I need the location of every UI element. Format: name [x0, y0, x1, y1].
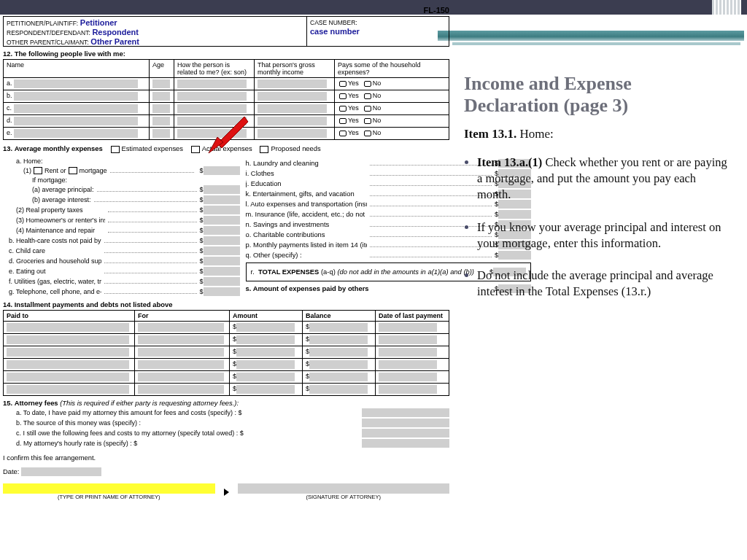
bullet-2: If you know your average principal and i… [477, 219, 732, 252]
q14-c5: Date of last payment [376, 310, 449, 321]
prop-label: Proposed needs [271, 144, 320, 152]
q12-col-relation: How the person is related to me? (ex: so… [174, 60, 255, 78]
case-number-label: CASE NUMBER: [310, 18, 357, 27]
q15-field[interactable] [362, 429, 449, 438]
q13r: r. TOTAL EXPENSES (a-q) (do not add in t… [251, 268, 474, 276]
sig2-label: (SIGNATURE OF ATTORNEY) [238, 494, 450, 500]
q13a1a: (a) average principal: [32, 186, 94, 193]
q14-c3: Amount [230, 310, 303, 321]
q12-row: a. [4, 78, 150, 90]
exp-label: k. Entertainment, gifts, and vacation [246, 190, 368, 198]
act-checkbox[interactable] [191, 146, 200, 153]
q13a1-amount[interactable] [204, 166, 240, 175]
yes-checkbox[interactable] [339, 131, 347, 136]
q14-title: Installment payments and debts not liste… [15, 300, 173, 308]
q15-number: 15. [3, 399, 12, 407]
exp-amount[interactable] [204, 287, 240, 296]
q12-col-age: Age [150, 60, 174, 78]
q15-title: Attorney fees [15, 399, 58, 407]
no-checkbox[interactable] [364, 106, 371, 112]
q12-number: 12. [3, 50, 12, 58]
triangle-icon [224, 489, 229, 496]
yes-checkbox[interactable] [339, 81, 347, 87]
exp-amount[interactable] [204, 226, 240, 235]
exp-label: n. Savings and investments [246, 220, 368, 228]
exp-label: b. Health-care costs not paid by insuran… [9, 237, 101, 244]
no-checkbox[interactable] [364, 93, 371, 99]
q14-number: 14. [3, 300, 12, 308]
exp-label: l. Auto expenses and transportation (ins… [246, 200, 368, 208]
exp-label: m. Insurance (life, accident, etc.; do n… [246, 210, 368, 218]
attorney-name-field[interactable] [3, 483, 215, 494]
est-checkbox[interactable] [111, 146, 120, 153]
case-header: PETITIONER/PLAINTIFF: Petitioner RESPOND… [3, 16, 449, 47]
q15-line: a. To date, I have paid my attorney this… [16, 409, 362, 416]
q12-col-income: That person's gross monthly income [255, 60, 335, 78]
exp-label: q. Other (specify) : [246, 251, 368, 259]
q14-c4: Balance [303, 310, 376, 321]
exp-label: (4) Maintenance and repair [16, 227, 105, 234]
q15-note: (This is required if either party is req… [60, 399, 239, 407]
q15-line: d. My attorney's hourly rate is (specify… [16, 440, 362, 447]
q15-confirm: I confirm this fee arrangement. [3, 454, 449, 462]
interest-amt[interactable] [204, 195, 240, 204]
q15-field[interactable] [362, 419, 449, 427]
yes-checkbox[interactable] [339, 106, 347, 112]
mortgage-checkbox[interactable] [69, 167, 77, 174]
if-mortgage: If mortgage: [3, 176, 240, 184]
instruction-panel: Income and ExpenseDeclaration (page 3) I… [464, 73, 732, 316]
date-field[interactable] [21, 467, 101, 476]
panel-title: Income and ExpenseDeclaration (page 3) [464, 73, 732, 117]
q15-field[interactable] [362, 439, 449, 448]
exp-label: d. Groceries and household supplies [9, 257, 101, 265]
q13a1: (1) [23, 167, 31, 174]
other-parent-value: Other Parent [90, 37, 139, 46]
rent-label: Rent or [44, 167, 66, 174]
panel-lead: Item 13.1. Home: [464, 127, 732, 141]
est-label: Estimated expenses [122, 144, 183, 152]
rent-checkbox[interactable] [34, 167, 42, 174]
bullet-1: Item 13.a.(1) Check whether you rent or … [477, 155, 732, 203]
exp-label: c. Child care [9, 247, 101, 254]
q13-title: Average monthly expenses [15, 144, 103, 152]
q12-row: d. [4, 115, 150, 128]
q12-row: e. [4, 128, 150, 140]
q15-line: b. The source of this money was (specify… [16, 419, 362, 427]
petitioner-value: Petitioner [80, 18, 117, 27]
q13a1b: (b) average interest: [32, 196, 91, 203]
exp-label: f. Utilities (gas, electric, water, tras… [9, 278, 101, 285]
form-fl150: FL-150 PETITIONER/PLAINTIFF: Petitioner … [3, 16, 449, 500]
form-code: FL-150 [424, 6, 449, 15]
exp-label: (3) Homeowner's or renter's insurance (i… [16, 217, 105, 224]
exp-label: (2) Real property taxes [16, 206, 105, 214]
no-checkbox[interactable] [364, 81, 371, 87]
exp-amount[interactable] [204, 236, 240, 245]
exp-amount[interactable] [204, 206, 240, 214]
q14-c1: Paid to [4, 310, 135, 321]
q12-col-name: Name [4, 60, 150, 78]
petitioner-label: PETITIONER/PLAINTIFF: [7, 19, 78, 28]
principal-amt[interactable] [204, 185, 240, 194]
exp-amount[interactable] [204, 257, 240, 265]
q12-title: The following people live with me: [15, 50, 125, 58]
yes-checkbox[interactable] [339, 93, 347, 99]
window-top-bar [0, 0, 747, 15]
no-checkbox[interactable] [364, 118, 371, 124]
exp-amount[interactable] [204, 267, 240, 276]
q15-field[interactable] [362, 408, 449, 417]
exp-amount[interactable] [204, 246, 240, 255]
prop-checkbox[interactable] [260, 146, 268, 153]
exp-label: g. Telephone, cell phone, and e-mail [9, 288, 101, 295]
q12-row: b. [4, 90, 150, 103]
q13s: s. Amount of expenses paid by others [246, 284, 495, 292]
q12-row: c. [4, 103, 150, 115]
attorney-sig-field[interactable] [238, 483, 450, 494]
accent-bar [438, 31, 744, 41]
respondent-value: Respondent [92, 28, 139, 36]
exp-amount[interactable] [204, 216, 240, 225]
no-checkbox[interactable] [364, 131, 371, 136]
q12-table: Name Age How the person is related to me… [3, 59, 449, 140]
act-label: Actual expenses [202, 144, 252, 152]
exp-amount[interactable] [204, 277, 240, 286]
yes-checkbox[interactable] [339, 118, 347, 124]
